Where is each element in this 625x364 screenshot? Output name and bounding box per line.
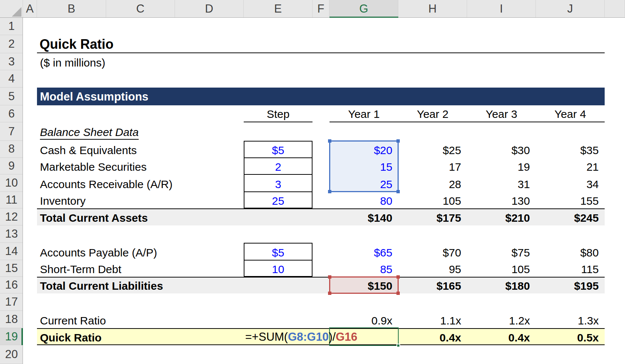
formula-editor-text[interactable]: =+SUM(G8:G10)/G16 bbox=[245, 328, 398, 345]
select-all-triangle-icon bbox=[12, 7, 21, 17]
row-header-17[interactable]: 17 bbox=[0, 293, 23, 311]
cell-J19[interactable]: 0.5x bbox=[536, 328, 605, 345]
cell-J6-year4-header[interactable]: Year 4 bbox=[536, 105, 605, 122]
selected-column-underline bbox=[330, 17, 398, 18]
row-header-9[interactable]: 9 bbox=[0, 158, 23, 175]
cell-G15[interactable]: 85 bbox=[330, 260, 398, 277]
cell-H14[interactable]: $70 bbox=[398, 243, 467, 260]
cell-H9[interactable]: 17 bbox=[398, 158, 467, 175]
row-header-6[interactable]: 6 bbox=[0, 105, 23, 122]
row-header-12[interactable]: 12 bbox=[0, 208, 23, 225]
cell-H12[interactable]: $175 bbox=[398, 208, 467, 225]
cell-E9[interactable]: 2 bbox=[244, 158, 312, 175]
cell-J11[interactable]: 155 bbox=[536, 192, 605, 209]
cell-I15[interactable]: 105 bbox=[467, 260, 536, 277]
select-all-button[interactable] bbox=[0, 0, 23, 18]
cell-B12[interactable]: Total Current Assets bbox=[37, 208, 244, 225]
cell-G6-year1-header[interactable]: Year 1 bbox=[330, 105, 398, 122]
row-header-8[interactable]: 8 bbox=[0, 141, 23, 158]
cell-H18[interactable]: 1.1x bbox=[398, 311, 467, 329]
cell-E8[interactable]: $5 bbox=[244, 141, 312, 158]
row-header-16[interactable]: 16 bbox=[0, 277, 23, 294]
cell-J12[interactable]: $245 bbox=[536, 208, 605, 225]
cell-H19[interactable]: 0.4x bbox=[398, 328, 467, 345]
cell-B19[interactable]: Quick Ratio bbox=[37, 328, 244, 345]
column-header-K-partial[interactable] bbox=[605, 0, 625, 18]
column-header-D[interactable]: D bbox=[175, 0, 244, 18]
cell-E6-step-header[interactable]: Step bbox=[244, 105, 312, 122]
cell-J15[interactable]: 115 bbox=[536, 260, 605, 277]
cell-I9[interactable]: 19 bbox=[467, 158, 536, 175]
cell-E10[interactable]: 3 bbox=[244, 174, 312, 192]
row-header-3[interactable]: 3 bbox=[0, 53, 23, 70]
column-header-A[interactable]: A bbox=[23, 0, 37, 18]
cell-J14[interactable]: $80 bbox=[536, 243, 605, 260]
row-header-18[interactable]: 18 bbox=[0, 311, 23, 329]
cell-E11[interactable]: 25 bbox=[244, 192, 312, 209]
cell-I18[interactable]: 1.2x bbox=[467, 311, 536, 329]
column-header-G[interactable]: G bbox=[330, 0, 398, 18]
column-header-divider bbox=[0, 17, 625, 18]
cell-B14[interactable]: Accounts Payable (A/P) bbox=[37, 243, 244, 260]
column-header-E[interactable]: E bbox=[244, 0, 312, 18]
cell-B2-title[interactable]: Quick Ratio bbox=[37, 35, 605, 53]
row-header-14[interactable]: 14 bbox=[0, 243, 23, 260]
row-header-11[interactable]: 11 bbox=[0, 192, 23, 209]
cell-H15[interactable]: 95 bbox=[398, 260, 467, 277]
cell-I12[interactable]: $210 bbox=[467, 208, 536, 225]
cell-J18[interactable]: 1.3x bbox=[536, 311, 605, 329]
cell-I8[interactable]: $30 bbox=[467, 141, 536, 158]
cell-H11[interactable]: 105 bbox=[398, 192, 467, 209]
cell-B18[interactable]: Current Ratio bbox=[37, 311, 244, 329]
column-header-F[interactable]: F bbox=[312, 0, 330, 18]
row-header-20[interactable]: 20 bbox=[0, 345, 23, 364]
cell-G18[interactable]: 0.9x bbox=[330, 311, 398, 329]
row-header-19[interactable]: 19 bbox=[0, 328, 23, 345]
cell-E14[interactable]: $5 bbox=[244, 243, 312, 260]
cell-B9[interactable]: Marketable Securities bbox=[37, 158, 244, 175]
cell-I11[interactable]: 130 bbox=[467, 192, 536, 209]
cell-B15[interactable]: Short-Term Debt bbox=[37, 260, 244, 277]
cell-G16[interactable]: $150 bbox=[330, 277, 398, 294]
cell-E15[interactable]: 10 bbox=[244, 260, 312, 277]
cell-B7-group-heading[interactable]: Balance Sheet Data bbox=[37, 122, 175, 141]
cell-B16[interactable]: Total Current Liabilities bbox=[37, 277, 244, 294]
cell-J8[interactable]: $35 bbox=[536, 141, 605, 158]
cell-G9[interactable]: 15 bbox=[330, 158, 398, 175]
row-header-15[interactable]: 15 bbox=[0, 260, 23, 277]
column-header-J[interactable]: J bbox=[536, 0, 605, 18]
cell-H6-year2-header[interactable]: Year 2 bbox=[398, 105, 467, 122]
cell-J10[interactable]: 34 bbox=[536, 174, 605, 192]
cell-H16[interactable]: $165 bbox=[398, 277, 467, 294]
row-header-13[interactable]: 13 bbox=[0, 225, 23, 243]
section-banner[interactable]: Model Assumptions bbox=[37, 88, 605, 105]
cell-G12[interactable]: $140 bbox=[330, 208, 398, 225]
cell-G11[interactable]: 80 bbox=[330, 192, 398, 209]
column-header-I[interactable]: I bbox=[467, 0, 536, 18]
cell-G8[interactable]: $20 bbox=[330, 141, 398, 158]
cell-H10[interactable]: 28 bbox=[398, 174, 467, 192]
cell-I6-year3-header[interactable]: Year 3 bbox=[467, 105, 536, 122]
cell-I14[interactable]: $75 bbox=[467, 243, 536, 260]
column-header-B[interactable]: B bbox=[37, 0, 106, 18]
cell-I19[interactable]: 0.4x bbox=[467, 328, 536, 345]
row-header-10[interactable]: 10 bbox=[0, 174, 23, 192]
row-header-2[interactable]: 2 bbox=[0, 35, 23, 53]
cell-B11[interactable]: Inventory bbox=[37, 192, 244, 209]
row-header-5[interactable]: 5 bbox=[0, 88, 23, 105]
row-header-7[interactable]: 7 bbox=[0, 122, 23, 141]
cell-G14[interactable]: $65 bbox=[330, 243, 398, 260]
cell-B3-subtitle[interactable]: ($ in millions) bbox=[37, 53, 244, 70]
cell-J9[interactable]: 21 bbox=[536, 158, 605, 175]
cell-B10[interactable]: Accounts Receivable (A/R) bbox=[37, 174, 244, 192]
cell-G10[interactable]: 25 bbox=[330, 174, 398, 192]
cell-I10[interactable]: 31 bbox=[467, 174, 536, 192]
row-header-4[interactable]: 4 bbox=[0, 70, 23, 88]
cell-I16[interactable]: $180 bbox=[467, 277, 536, 294]
column-header-C[interactable]: C bbox=[106, 0, 175, 18]
column-header-H[interactable]: H bbox=[398, 0, 467, 18]
cell-H8[interactable]: $25 bbox=[398, 141, 467, 158]
cell-J16[interactable]: $195 bbox=[536, 277, 605, 294]
cell-B8[interactable]: Cash & Equivalents bbox=[37, 141, 244, 158]
row-header-1[interactable]: 1 bbox=[0, 18, 23, 35]
